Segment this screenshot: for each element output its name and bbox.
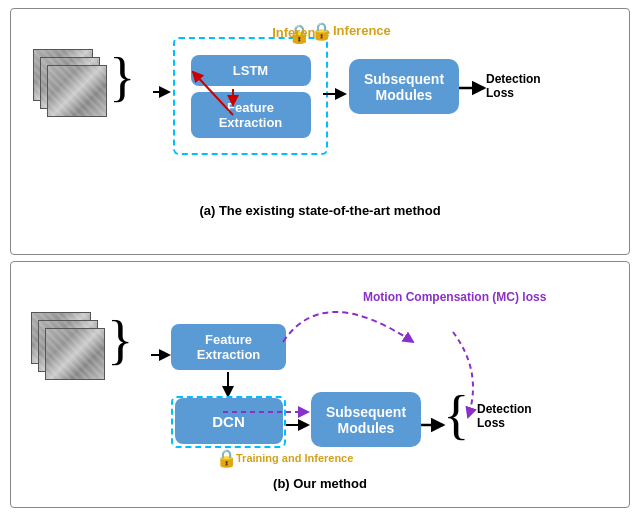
subsequent-modules-box-b: Subsequent Modules [311,392,421,447]
lstm-box: LSTM [191,55,311,86]
feature-extraction-box-a: Feature Extraction [191,92,311,138]
diagram-panel-a: } 🔒 Inference LSTM Feature Extraction [10,8,630,255]
dashed-box-b: DCN [171,396,286,448]
subsequent-modules-box-a: Subsequent Modules [349,59,459,114]
curly-detection-b: } [443,387,469,442]
dashed-box-a: 🔒 Inference LSTM Feature Extraction [173,37,328,155]
feature-extraction-box-b: Feature Extraction [171,324,286,370]
inference-text-a: Inference [333,23,391,38]
lock-icon-a2: 🔒 [311,21,332,42]
dcn-box: DCN [175,398,283,444]
arrow-to-dashed-a [153,82,173,105]
caption-b: (b) Our method [23,476,617,491]
diagram-panel-b: } Feature Extraction DCN 🔒 Training and [10,261,630,508]
caption-a: (a) The existing state-of-the-art method [23,203,617,218]
detection-loss-label-b: DetectionLoss [477,402,532,430]
lock-icon-b: 🔒 [216,448,237,469]
training-inference-label-b: Training and Inference [236,452,353,464]
main-container: } 🔒 Inference LSTM Feature Extraction [0,0,640,516]
mc-loss-label: Motion Compensation (MC) loss [363,290,546,306]
detection-loss-label-a: DetectionLoss [486,72,541,100]
